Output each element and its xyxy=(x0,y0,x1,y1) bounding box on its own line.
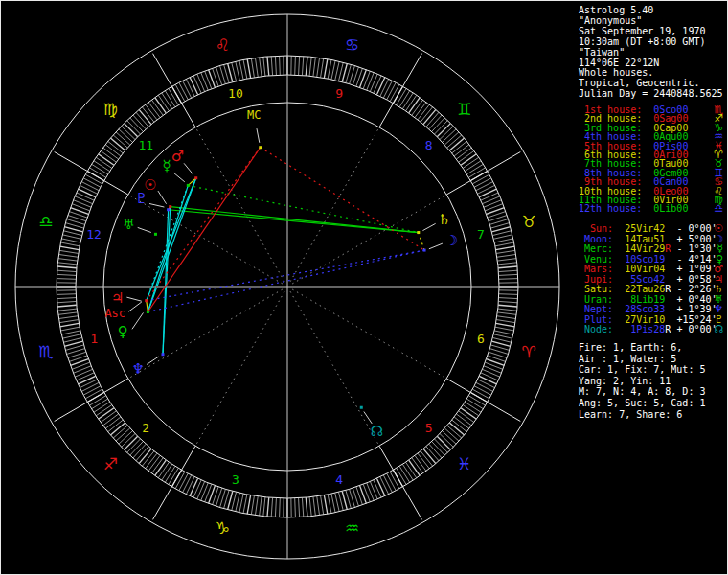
planet-pointer-line xyxy=(147,356,159,364)
degree-tick xyxy=(263,57,265,76)
degree-tick xyxy=(456,148,471,159)
degree-tick xyxy=(342,63,347,81)
degree-tick xyxy=(383,80,392,98)
degree-tick xyxy=(299,56,300,75)
degree-tick xyxy=(60,246,80,249)
degree-tick xyxy=(151,100,163,115)
degree-tick xyxy=(418,453,429,469)
planet-degree-dot xyxy=(167,208,170,211)
degree-tick xyxy=(193,480,201,497)
degree-tick xyxy=(387,473,396,491)
degree-tick xyxy=(317,496,320,516)
degree-tick xyxy=(313,496,315,516)
degree-tick xyxy=(158,462,169,478)
degree-tick xyxy=(499,279,518,280)
degree-tick xyxy=(493,235,512,239)
degree-tick xyxy=(61,239,80,242)
degree-tick xyxy=(236,493,239,511)
degree-tick xyxy=(497,259,516,261)
degree-tick xyxy=(81,182,99,191)
planet-icon: ♅ xyxy=(123,216,135,233)
planet-degree-dot xyxy=(154,233,157,236)
degree-tick xyxy=(79,376,96,383)
planet-pointer-line xyxy=(173,172,185,182)
angle-label: MC xyxy=(247,108,261,122)
degree-tick xyxy=(74,200,92,207)
planet-pointer-line xyxy=(364,411,372,423)
degree-tick xyxy=(324,495,327,515)
degree-tick xyxy=(497,316,516,319)
planet-icon: ♇ xyxy=(135,190,148,207)
house-cusp-spoke xyxy=(292,195,446,284)
degree-tick xyxy=(412,458,423,473)
degree-tick xyxy=(148,455,160,471)
house-cusp-spoke xyxy=(195,291,284,446)
degree-tick xyxy=(57,279,76,280)
planet-icon: ☊ xyxy=(371,423,383,440)
degree-tick xyxy=(484,200,502,207)
aspect-line xyxy=(147,178,196,301)
planet-pointer-line xyxy=(128,302,142,311)
degree-tick xyxy=(374,480,381,497)
degree-tick xyxy=(59,320,79,323)
aspect-line xyxy=(169,210,419,233)
zodiac-sign-icon: ♒ xyxy=(345,518,359,538)
planet-icon: ♆ xyxy=(132,360,145,378)
degree-tick xyxy=(380,79,389,96)
aspect-line xyxy=(188,185,419,232)
degree-tick xyxy=(280,56,281,75)
degree-tick xyxy=(494,331,513,334)
degree-tick xyxy=(183,475,192,493)
degree-tick xyxy=(57,266,77,268)
house-cusp-spoke xyxy=(290,127,379,282)
degree-tick xyxy=(496,250,515,253)
house-cusp-spoke xyxy=(292,289,446,379)
zodiac-sign-icon: ♑ xyxy=(216,518,230,538)
degree-tick xyxy=(482,196,499,204)
degree-tick xyxy=(481,373,498,380)
planet-icon: ♃ xyxy=(111,289,124,307)
house-number: 2 xyxy=(142,421,149,435)
degree-tick xyxy=(146,104,157,120)
degree-tick xyxy=(331,494,335,513)
zodiac-sign-icon: ♓ xyxy=(457,454,471,473)
degree-tick xyxy=(313,58,315,77)
degree-tick xyxy=(370,481,377,498)
stats-line: Air : 1, Water: 5 xyxy=(579,354,727,365)
degree-tick xyxy=(77,373,94,380)
degree-tick xyxy=(96,157,112,168)
degree-tick xyxy=(75,196,92,204)
house-number: 6 xyxy=(477,332,485,346)
degree-tick xyxy=(383,475,392,493)
degree-tick xyxy=(139,448,151,463)
degree-tick xyxy=(499,294,518,295)
degree-tick xyxy=(255,58,258,77)
degree-tick xyxy=(165,466,175,482)
house-cusp-spoke xyxy=(128,195,283,284)
planet-icon: ☿ xyxy=(163,157,171,174)
degree-tick xyxy=(197,481,205,498)
degree-tick xyxy=(437,124,450,137)
house-number: 1 xyxy=(90,332,98,346)
degree-tick xyxy=(57,274,76,275)
degree-tick xyxy=(130,118,144,132)
degree-tick xyxy=(495,327,514,331)
degree-tick xyxy=(83,386,101,395)
degree-tick xyxy=(267,57,269,76)
degree-tick xyxy=(71,208,89,215)
planet-icon: ♄ xyxy=(438,211,450,228)
degree-tick xyxy=(493,334,512,338)
degree-tick xyxy=(243,59,247,79)
degree-tick xyxy=(449,423,464,435)
zodiac-sign-icon: ♋ xyxy=(345,35,359,55)
degree-tick xyxy=(57,301,77,302)
degree-tick xyxy=(367,483,374,501)
house-number: 9 xyxy=(335,86,343,101)
chart-wheel: ♈♉♊♋♌♍♎♏♐♑♒♓123456789101112☉☽☿♀♂♃♄♅♆♇☊MC… xyxy=(1,1,576,575)
degree-tick xyxy=(472,389,489,399)
degree-tick xyxy=(162,93,172,109)
planet-degree-dot xyxy=(423,249,426,252)
degree-tick xyxy=(295,56,296,75)
house-number: 10 xyxy=(228,86,243,101)
degree-tick xyxy=(146,453,157,469)
